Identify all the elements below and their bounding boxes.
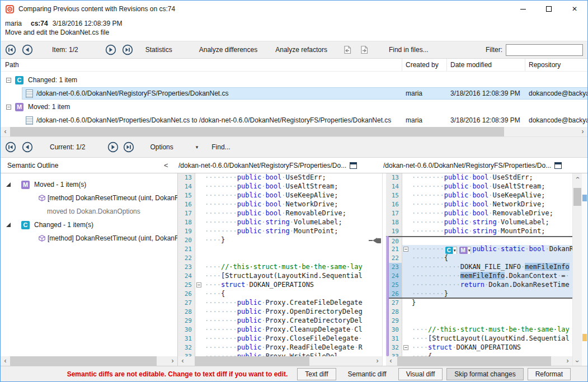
code-line[interactable]: 19········public·string·MountPoint; bbox=[178, 227, 382, 236]
scroll-down-icon[interactable]: › bbox=[573, 357, 582, 366]
code-line[interactable]: 30········public·Proxy.CleanupDelegate·C… bbox=[178, 326, 382, 334]
outline-hscrollbar[interactable]: ‹ › bbox=[1, 356, 177, 366]
minimize-button[interactable] bbox=[510, 1, 536, 17]
code-line[interactable]: 24····[StructLayout(LayoutKind.Sequentia… bbox=[178, 272, 382, 281]
statistics-button[interactable]: Statistics bbox=[145, 46, 172, 54]
scroll-left-icon[interactable]: ‹ bbox=[178, 357, 187, 365]
scroll-track[interactable] bbox=[396, 356, 563, 366]
code-line[interactable]: 13········public·bool·UseStdErr; bbox=[386, 173, 572, 182]
first-item-icon[interactable] bbox=[5, 44, 16, 55]
scroll-right-icon[interactable]: › bbox=[578, 128, 587, 136]
code-line[interactable]: 15········public·bool·UseKeepAlive; bbox=[386, 191, 572, 200]
code-line[interactable]: 18········public·string·VolumeLabel; bbox=[178, 218, 382, 227]
code-line[interactable]: 19········public·string·MountPoint; bbox=[386, 227, 572, 236]
code-line[interactable]: 17········public·bool·RemovableDrive; bbox=[178, 209, 382, 218]
file-row-inner[interactable]: /dokan-net-0.6.0/DokanNet/RegistoryFS/Pr… bbox=[22, 87, 587, 100]
diff-marker-yellow[interactable] bbox=[582, 334, 587, 341]
group-row[interactable]: −CChanged: 1 item bbox=[1, 73, 587, 87]
code-line[interactable]: 14········public·bool·UseAltStream; bbox=[386, 182, 572, 191]
code-line[interactable]: 23····//·this·struct·must·be·the·same·la… bbox=[178, 263, 382, 272]
code-line[interactable]: 33········public·Proxy.WriteFileDel bbox=[178, 352, 382, 356]
code-line[interactable]: 18········public·string·VolumeLabel; bbox=[386, 218, 572, 227]
last-item-icon[interactable] bbox=[122, 44, 133, 55]
scroll-right-icon[interactable]: › bbox=[168, 357, 177, 365]
scroll-right-icon[interactable]: › bbox=[373, 357, 382, 365]
diff-marker-blue[interactable] bbox=[582, 195, 587, 201]
file-row-inner[interactable]: /dokan-net-0.6.0/DokanNet/Properties/Dok… bbox=[22, 114, 587, 126]
code-line[interactable]: 20 bbox=[386, 236, 572, 245]
scroll-track[interactable] bbox=[573, 182, 582, 357]
close-button[interactable]: ✕ bbox=[562, 1, 587, 17]
scroll-thumb[interactable] bbox=[397, 356, 551, 366]
next-diff-icon[interactable] bbox=[107, 142, 119, 153]
code-line[interactable]: 32········public·Proxy.ReadFileDelegate·… bbox=[178, 343, 382, 352]
code-line[interactable]: 21−········C▾M▾public·static·bool·DokanR bbox=[386, 245, 572, 254]
code-moved-badge[interactable]: M▾ bbox=[459, 247, 472, 254]
code-line[interactable]: 31····[StructLayout(LayoutKind.Sequentia… bbox=[386, 334, 572, 343]
code-line[interactable]: 30····//·this·struct·must·be·the·same·la… bbox=[386, 326, 572, 334]
semantic-diff-button[interactable]: Semantic diff bbox=[340, 368, 394, 380]
code-line[interactable]: 27········public·Proxy.CreateFileDelegat… bbox=[178, 299, 382, 308]
code-line[interactable]: 29········public·Proxy.CreateDirectoryDe… bbox=[178, 317, 382, 326]
previous-item-icon[interactable] bbox=[22, 44, 33, 55]
analyze-differences-button[interactable]: Analyze differences bbox=[199, 46, 258, 54]
export-diff-icon[interactable] bbox=[343, 45, 352, 54]
group-row[interactable]: −MMoved: 1 item bbox=[1, 100, 587, 114]
outline-method-row[interactable]: [method] DokanResetTimeout (uint, DokanF… bbox=[1, 191, 177, 205]
find-button[interactable]: Find... bbox=[211, 143, 230, 151]
collapse-box-icon[interactable]: − bbox=[6, 78, 11, 83]
scroll-thumb[interactable] bbox=[195, 356, 309, 366]
code-line[interactable]: 31········public·Proxy.CloseFileDelegate… bbox=[178, 334, 382, 343]
scroll-thumb[interactable] bbox=[573, 188, 581, 206]
scroll-left-icon[interactable]: ‹ bbox=[1, 128, 10, 136]
dropdown-arrow-icon[interactable]: ▾ bbox=[453, 247, 457, 254]
code-line[interactable]: 23············DOKAN_FILE_INFO·memFileInf… bbox=[386, 263, 572, 272]
code-line[interactable]: 22········{ bbox=[386, 254, 572, 263]
scroll-up-icon[interactable]: › bbox=[573, 173, 582, 182]
left-pane-hscrollbar[interactable]: ‹ › bbox=[178, 356, 382, 366]
code-line[interactable]: 22 bbox=[178, 254, 382, 263]
find-in-files-button[interactable]: Find in files... bbox=[389, 46, 429, 54]
code-line[interactable]: 29 bbox=[386, 317, 572, 326]
code-line[interactable]: 24············memFileInfo.DokanContext·=… bbox=[386, 272, 572, 281]
code-line[interactable]: 20····} bbox=[178, 236, 382, 245]
scroll-track[interactable] bbox=[10, 127, 578, 136]
dropdown-arrow-icon[interactable]: ▾ bbox=[467, 247, 472, 254]
outline-group-row[interactable]: CChanged - 1 item(s) bbox=[1, 218, 177, 232]
collapse-outline-button[interactable]: < bbox=[164, 161, 173, 169]
scroll-right-icon[interactable]: › bbox=[563, 357, 572, 365]
maximize-pane-icon[interactable] bbox=[554, 162, 562, 169]
scroll-thumb[interactable] bbox=[10, 356, 157, 366]
analyze-refactors-button[interactable]: Analyze refactors bbox=[275, 46, 327, 54]
reformat-button[interactable]: Reformat bbox=[528, 368, 571, 380]
skip-format-changes-button[interactable]: Skip format changes bbox=[446, 368, 523, 380]
outline-method-row[interactable]: [method] DokanResetTimeout (uint, DokanF… bbox=[1, 232, 177, 245]
visual-diff-button[interactable]: Visual diff bbox=[398, 368, 443, 380]
scroll-left-icon[interactable]: ‹ bbox=[386, 357, 396, 365]
code-line[interactable]: 17········public·bool·RemovableDrive; bbox=[386, 209, 572, 218]
import-diff-icon[interactable] bbox=[360, 45, 369, 54]
collapse-box-icon[interactable]: − bbox=[6, 105, 11, 110]
code-line[interactable]: 28········public·Proxy.OpenDirectoryDele… bbox=[178, 308, 382, 317]
column-header-repository[interactable]: Repository bbox=[525, 59, 587, 71]
scroll-track[interactable] bbox=[10, 356, 168, 366]
code-line[interactable]: 28 bbox=[386, 308, 572, 317]
code-line[interactable]: 25−····struct·DOKAN_OPERATIONS bbox=[178, 281, 382, 290]
fold-collapse-icon[interactable]: − bbox=[196, 282, 201, 287]
code-line[interactable]: 32−····struct·DOKAN_OPERATIONS bbox=[386, 343, 572, 352]
filter-input[interactable] bbox=[506, 44, 583, 56]
code-line[interactable]: 14········public·bool·UseAltStream; bbox=[178, 182, 382, 191]
right-pane-vscrollbar[interactable]: › › bbox=[572, 173, 582, 366]
code-line[interactable]: 27} bbox=[386, 299, 572, 308]
options-button[interactable]: Options bbox=[150, 143, 173, 151]
scroll-track[interactable] bbox=[187, 356, 373, 366]
tree-expanded-icon[interactable] bbox=[6, 223, 11, 227]
column-header-path[interactable]: Path bbox=[1, 59, 402, 71]
maximize-pane-icon[interactable] bbox=[350, 162, 357, 169]
code-line[interactable]: 33····{ bbox=[386, 352, 572, 356]
column-header-date-modified[interactable]: Date modified bbox=[446, 59, 525, 71]
column-header-created-by[interactable]: Created by bbox=[402, 59, 446, 71]
file-row[interactable]: /dokan-net-0.6.0/DokanNet/RegistoryFS/Pr… bbox=[1, 87, 587, 100]
options-dropdown-icon[interactable]: ▾ bbox=[196, 144, 199, 150]
right-pane-hscrollbar[interactable]: ‹ › bbox=[386, 356, 572, 366]
